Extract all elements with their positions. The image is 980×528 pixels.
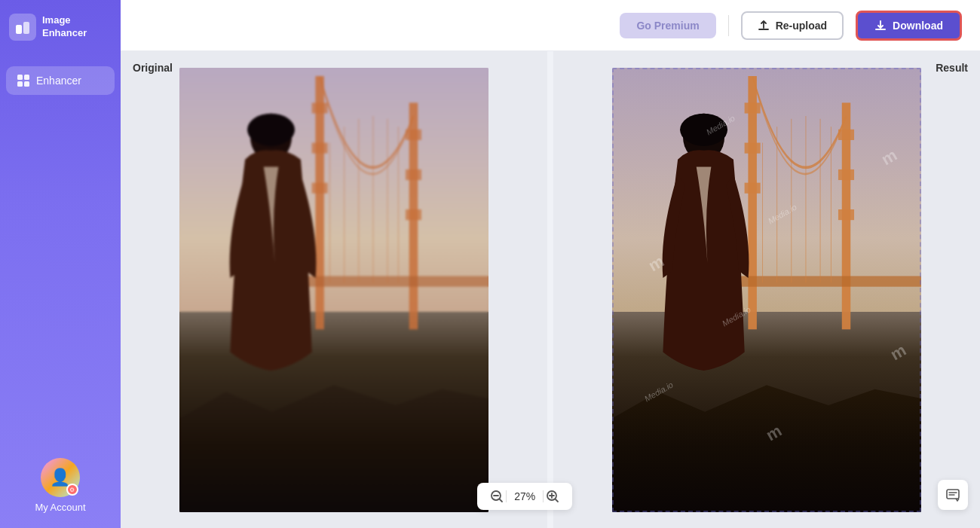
svg-rect-13 [406,209,421,220]
svg-rect-29 [838,169,854,180]
svg-rect-0 [16,25,22,34]
result-image: Media.io m Media.io m Media.io m Media.i… [612,68,921,512]
feedback-icon [945,487,960,502]
svg-point-22 [247,113,295,145]
sidebar-logo: Image Enhancer [0,0,121,54]
download-icon [874,20,887,32]
feedback-button[interactable] [938,480,968,510]
svg-rect-47 [947,490,959,499]
svg-rect-1 [23,22,29,34]
avatar-badge: ⚙ [66,484,78,496]
zoom-in-button[interactable] [544,487,562,505]
header: Go Premium Re-upload Download [121,0,980,51]
result-label: Result [936,62,968,74]
main-content: Go Premium Re-upload Download Original [121,0,980,528]
panel-divider [547,51,553,528]
sidebar-nav: Enhancer [0,60,121,101]
original-panel: Original [121,51,547,528]
comparison-area: Original [121,51,980,528]
sidebar-item-enhancer-label: Enhancer [36,75,81,87]
logo-icon [9,14,36,41]
premium-button[interactable]: Go Premium [620,13,715,38]
svg-rect-4 [17,81,23,87]
svg-line-42 [500,499,502,502]
avatar[interactable]: 👤 ⚙ [41,458,80,497]
zoom-controls: 27% [477,483,572,510]
logo-text: Image Enhancer [42,14,87,40]
zoom-out-button[interactable] [488,487,506,505]
original-image [179,68,488,512]
svg-rect-2 [17,75,23,80]
reupload-button[interactable]: Re-upload [741,11,844,40]
header-divider [728,15,729,36]
svg-line-46 [556,499,558,502]
svg-rect-12 [406,169,421,180]
reupload-label: Re-upload [776,20,827,32]
download-button[interactable]: Download [856,11,962,41]
upload-icon [758,20,770,32]
sidebar-item-enhancer[interactable]: Enhancer [6,66,115,95]
sidebar: Image Enhancer Enhancer 👤 ⚙ My Account [0,0,121,528]
avatar-icon: 👤 [50,468,70,487]
result-bg: Result [553,51,980,528]
result-panel: Result [553,51,980,528]
original-bg: Original [121,51,547,528]
svg-rect-3 [24,75,29,80]
zoom-value: 27% [507,490,543,502]
original-scene [179,68,488,512]
enhancer-icon [17,74,30,87]
svg-point-39 [680,113,727,145]
original-label: Original [133,62,173,74]
svg-rect-30 [838,209,854,220]
sidebar-bottom: 👤 ⚙ My Account [35,458,85,513]
svg-rect-5 [24,81,29,87]
result-scene [612,68,921,512]
download-label: Download [893,20,943,32]
account-label: My Account [35,502,85,513]
